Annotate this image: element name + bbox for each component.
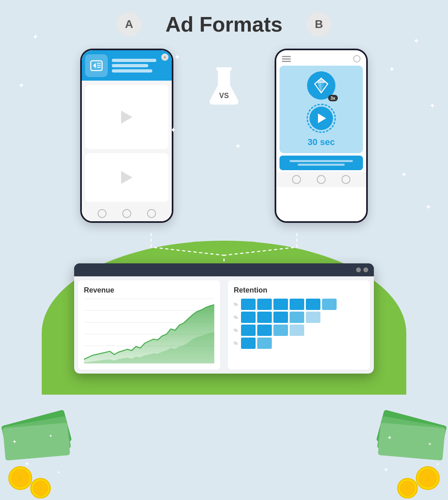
- phone-camera: [353, 55, 361, 62]
- multiplier-badge: 3x: [328, 95, 338, 101]
- retention-panel: Retention % %: [228, 280, 370, 370]
- svg-text:✦: ✦: [436, 462, 440, 467]
- nav-btn-b-1: [292, 175, 301, 184]
- svg-text:✦: ✦: [387, 434, 392, 441]
- header: A Ad Formats B: [0, 0, 448, 36]
- nav-btn-3: [147, 209, 156, 218]
- ad-lines: [112, 59, 156, 73]
- flask-icon: VS: [206, 65, 242, 109]
- nav-btn-b-3: [341, 175, 350, 184]
- sparkle-icon: ✦: [235, 142, 241, 151]
- svg-text:$: $: [426, 474, 430, 482]
- window-titlebar: [74, 263, 374, 276]
- svg-text:✦: ✦: [49, 433, 53, 439]
- nav-btn-2: [122, 209, 131, 218]
- svg-text:$: $: [406, 485, 410, 491]
- ad-icon: [85, 54, 108, 77]
- play-icon-2: [121, 171, 132, 184]
- retention-title: Retention: [234, 286, 364, 295]
- sparkle-icon: ✦: [429, 101, 435, 110]
- svg-text:✦: ✦: [24, 460, 30, 467]
- money-decoration-left: ✦ ✦ $ $ ✦ ✦: [0, 385, 81, 500]
- video-card-1: [85, 85, 169, 149]
- badge-b: B: [307, 12, 331, 36]
- nav-btn-1: [98, 209, 107, 218]
- sparkle-icon: ✦: [170, 126, 176, 135]
- retention-grid: % %: [234, 299, 364, 349]
- badge-a: A: [117, 12, 141, 36]
- close-button[interactable]: ×: [161, 53, 169, 61]
- phone-a: ×: [80, 49, 173, 223]
- svg-text:$: $: [18, 474, 22, 482]
- page-title: Ad Formats: [166, 12, 283, 36]
- diamond-reward: 3x: [307, 71, 335, 100]
- hamburger-icon: [282, 56, 291, 62]
- svg-text:✦: ✦: [57, 470, 61, 475]
- video-play-button[interactable]: [307, 104, 336, 133]
- money-decoration-right: ✦ ✦ $ $ ✦ ✦: [367, 385, 448, 500]
- sparkle-icon: ✦: [174, 53, 180, 62]
- play-icon: [121, 111, 132, 124]
- phone-top-bar: [276, 50, 366, 64]
- phone-navigation: [82, 206, 172, 221]
- revenue-title: Revenue: [84, 286, 214, 295]
- svg-text:✦: ✦: [383, 466, 388, 473]
- analytics-body: Revenue: [74, 276, 374, 374]
- window-dot-2: [363, 267, 368, 272]
- dashed-connector: [0, 231, 448, 263]
- analytics-window: Revenue: [74, 263, 374, 374]
- svg-text:✦: ✦: [12, 438, 17, 445]
- video-duration: 30 sec: [307, 137, 335, 147]
- nav-btn-b-2: [317, 175, 326, 184]
- svg-text:✦: ✦: [428, 441, 432, 447]
- vs-container: VS: [206, 65, 242, 109]
- svg-text:$: $: [39, 485, 43, 491]
- sparkle-icon: ✦: [401, 170, 407, 179]
- sparkle-icon: ✦: [18, 81, 24, 90]
- video-card-2: [85, 153, 169, 202]
- svg-text:VS: VS: [219, 92, 229, 100]
- revenue-chart: [84, 299, 214, 363]
- window-dot-1: [356, 267, 361, 272]
- svg-rect-26: [378, 423, 445, 461]
- revenue-panel: Revenue: [78, 280, 220, 370]
- sparkle-icon: ✦: [389, 65, 395, 74]
- phones-container: × VS: [0, 49, 448, 223]
- phone-navigation-b: [276, 172, 366, 187]
- svg-rect-4: [216, 67, 232, 71]
- sparkle-icon: ✦: [425, 203, 431, 212]
- reward-ad: 3x 30 sec: [279, 66, 363, 153]
- cta-bar: [279, 156, 363, 170]
- sparkle-icon: ✦: [413, 36, 419, 45]
- phone-b: 3x 30 sec: [275, 49, 368, 223]
